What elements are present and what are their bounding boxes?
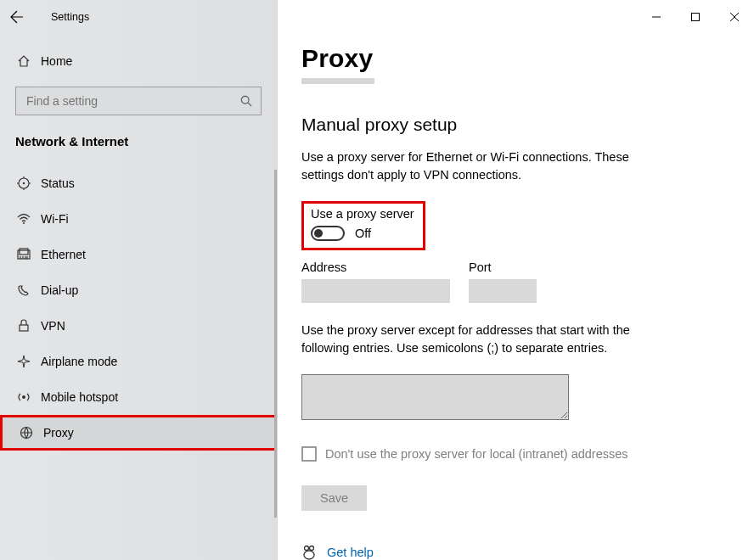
exceptions-description: Use the proxy server except for addresse… bbox=[301, 322, 667, 357]
ethernet-icon bbox=[17, 248, 41, 261]
minimize-icon bbox=[652, 13, 661, 21]
svg-rect-0 bbox=[692, 14, 700, 21]
exceptions-input[interactable] bbox=[301, 374, 569, 420]
window-controls bbox=[637, 4, 754, 30]
status-icon bbox=[17, 176, 41, 190]
sidebar-item-label: Proxy bbox=[43, 426, 74, 440]
arrow-left-icon bbox=[10, 10, 24, 24]
sidebar-item-label: Ethernet bbox=[41, 248, 86, 261]
local-bypass-label: Don't use the proxy server for local (in… bbox=[325, 447, 628, 461]
sidebar-item-status[interactable]: Status bbox=[0, 165, 277, 201]
svg-point-11 bbox=[305, 546, 309, 551]
home-link[interactable]: Home bbox=[0, 44, 277, 78]
section-description: Use a proxy server for Ethernet or Wi-Fi… bbox=[301, 148, 667, 184]
proxy-toggle-state: Off bbox=[355, 227, 371, 240]
search-icon bbox=[240, 95, 252, 107]
local-bypass-checkbox[interactable] bbox=[301, 446, 317, 462]
window-title: Settings bbox=[51, 11, 89, 23]
minimize-button[interactable] bbox=[637, 4, 676, 30]
help-icon bbox=[301, 545, 317, 560]
local-bypass-row[interactable]: Don't use the proxy server for local (in… bbox=[301, 446, 730, 462]
close-icon bbox=[730, 13, 739, 21]
sidebar-item-wifi[interactable]: Wi-Fi bbox=[0, 201, 277, 237]
svg-point-10 bbox=[304, 551, 314, 559]
vpn-icon bbox=[17, 319, 41, 333]
sidebar-item-proxy[interactable]: Proxy bbox=[0, 415, 277, 451]
dialup-icon bbox=[17, 283, 41, 297]
titlebar: Settings bbox=[0, 0, 754, 34]
home-icon bbox=[17, 54, 41, 68]
port-input[interactable] bbox=[469, 279, 537, 303]
sidebar: Home Network & Internet Status Wi-Fi bbox=[0, 0, 278, 560]
sidebar-item-label: Dial-up bbox=[41, 283, 78, 297]
airplane-icon bbox=[17, 355, 41, 368]
address-port-row: Address Port bbox=[301, 260, 730, 303]
sidebar-item-ethernet[interactable]: Ethernet bbox=[0, 237, 277, 272]
proxy-toggle-label: Use a proxy server bbox=[311, 207, 414, 221]
maximize-icon bbox=[691, 13, 700, 21]
close-button[interactable] bbox=[715, 4, 754, 30]
back-button[interactable] bbox=[0, 0, 34, 34]
sidebar-item-dialup[interactable]: Dial-up bbox=[0, 272, 277, 308]
search-input[interactable] bbox=[25, 93, 229, 109]
proxy-toggle-highlight: Use a proxy server Off bbox=[301, 201, 425, 250]
home-label: Home bbox=[41, 54, 72, 68]
sidebar-section-label: Network & Internet bbox=[0, 131, 277, 165]
sidebar-item-label: Status bbox=[41, 176, 75, 190]
port-label: Port bbox=[469, 260, 537, 274]
sidebar-item-label: Mobile hotspot bbox=[41, 390, 118, 404]
sidebar-item-vpn[interactable]: VPN bbox=[0, 308, 277, 344]
page-title: Proxy bbox=[301, 44, 730, 73]
svg-point-3 bbox=[23, 182, 25, 184]
maximize-button[interactable] bbox=[676, 4, 715, 30]
title-underline bbox=[301, 78, 374, 84]
proxy-toggle[interactable] bbox=[311, 226, 345, 241]
sidebar-item-label: Wi-Fi bbox=[41, 212, 69, 226]
toggle-knob bbox=[314, 229, 323, 238]
proxy-icon bbox=[20, 426, 43, 440]
svg-point-1 bbox=[241, 96, 249, 104]
save-button[interactable]: Save bbox=[301, 485, 367, 511]
help-label: Get help bbox=[327, 546, 374, 559]
svg-point-4 bbox=[23, 222, 25, 224]
svg-point-12 bbox=[310, 546, 314, 551]
sidebar-item-label: Airplane mode bbox=[41, 355, 117, 368]
sidebar-item-airplane[interactable]: Airplane mode bbox=[0, 344, 277, 379]
search-box[interactable] bbox=[15, 87, 262, 115]
sidebar-scrollbar[interactable] bbox=[274, 170, 277, 518]
sidebar-item-hotspot[interactable]: Mobile hotspot bbox=[0, 379, 277, 415]
address-input[interactable] bbox=[301, 279, 450, 303]
address-label: Address bbox=[301, 260, 450, 274]
get-help-link[interactable]: Get help bbox=[301, 545, 730, 560]
sidebar-item-label: VPN bbox=[41, 319, 65, 333]
content-pane: Proxy Manual proxy setup Use a proxy ser… bbox=[278, 0, 754, 560]
hotspot-icon bbox=[17, 390, 41, 404]
svg-rect-7 bbox=[20, 325, 28, 331]
settings-window: Settings Home Network & In bbox=[0, 0, 754, 560]
section-title: Manual proxy setup bbox=[301, 115, 730, 135]
nav-list: Status Wi-Fi Ethernet Dial-up bbox=[0, 165, 277, 451]
svg-point-8 bbox=[22, 395, 25, 399]
svg-rect-6 bbox=[20, 249, 28, 255]
wifi-icon bbox=[17, 212, 41, 226]
